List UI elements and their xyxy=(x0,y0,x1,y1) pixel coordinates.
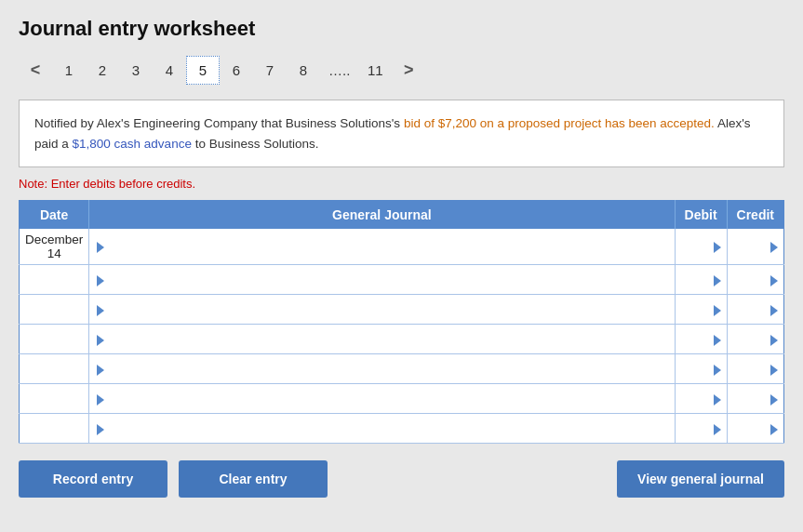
table-row xyxy=(20,265,784,295)
arrow-icon xyxy=(770,365,778,376)
debit-cell-5[interactable] xyxy=(675,354,727,384)
col-general-journal: General Journal xyxy=(89,201,675,230)
general-cell-1[interactable] xyxy=(89,229,675,265)
page-4[interactable]: 4 xyxy=(153,56,186,85)
col-date: Date xyxy=(20,201,89,230)
page-3[interactable]: 3 xyxy=(119,56,153,85)
general-cell-3[interactable] xyxy=(89,295,675,325)
general-cell-4[interactable] xyxy=(89,325,675,354)
date-cell-2 xyxy=(20,265,89,295)
date-cell-1: December14 xyxy=(20,229,89,265)
arrow-icon xyxy=(97,365,104,376)
arrow-icon xyxy=(97,305,104,316)
record-entry-button[interactable]: Record entry xyxy=(19,460,167,498)
page-7[interactable]: 7 xyxy=(253,56,287,85)
date-cell-5 xyxy=(20,354,89,384)
date-cell-6 xyxy=(20,384,89,414)
arrow-icon xyxy=(770,424,778,435)
credit-cell-1[interactable] xyxy=(727,229,783,265)
credit-cell-4[interactable] xyxy=(727,325,783,354)
arrow-icon xyxy=(97,424,104,435)
table-row xyxy=(20,384,784,414)
general-cell-6[interactable] xyxy=(89,384,675,414)
pagination: < 1 2 3 4 5 6 7 8 ….. 11 > xyxy=(19,54,784,86)
table-row xyxy=(20,414,784,444)
debit-cell-1[interactable] xyxy=(675,229,727,265)
arrow-icon xyxy=(770,305,778,316)
debit-cell-2[interactable] xyxy=(675,265,727,295)
table-row xyxy=(20,354,784,384)
arrow-icon xyxy=(714,365,721,376)
clear-entry-button[interactable]: Clear entry xyxy=(179,460,328,498)
table-row xyxy=(20,325,784,354)
journal-table: Date General Journal Debit Credit Decemb… xyxy=(19,200,784,444)
arrow-icon xyxy=(714,242,721,253)
general-cell-5[interactable] xyxy=(89,354,675,384)
arrow-icon xyxy=(97,275,104,286)
debit-cell-6[interactable] xyxy=(675,384,727,414)
debit-cell-7[interactable] xyxy=(675,414,727,444)
next-page-button[interactable]: > xyxy=(392,54,425,86)
arrow-icon xyxy=(97,335,104,346)
arrow-icon xyxy=(770,335,778,346)
page-5[interactable]: 5 xyxy=(186,56,220,85)
col-credit: Credit xyxy=(727,201,783,230)
buttons-row: Record entry Clear entry View general jo… xyxy=(19,460,784,498)
col-debit: Debit xyxy=(675,201,727,230)
page-6[interactable]: 6 xyxy=(220,56,253,85)
page-1[interactable]: 1 xyxy=(52,56,86,85)
credit-cell-3[interactable] xyxy=(727,295,783,325)
debit-cell-3[interactable] xyxy=(675,295,727,325)
credit-cell-2[interactable] xyxy=(727,265,783,295)
credit-cell-5[interactable] xyxy=(727,354,783,384)
arrow-icon xyxy=(97,242,104,253)
credit-cell-6[interactable] xyxy=(727,384,783,414)
table-row xyxy=(20,295,784,325)
arrow-icon xyxy=(97,394,104,406)
debit-cell-4[interactable] xyxy=(675,325,727,354)
credit-cell-7[interactable] xyxy=(727,414,783,444)
general-cell-7[interactable] xyxy=(89,414,675,444)
note-text: Note: Enter debits before credits. xyxy=(19,177,784,191)
arrow-icon xyxy=(770,275,778,286)
page-11[interactable]: 11 xyxy=(358,56,392,85)
table-row: December14 xyxy=(20,229,784,265)
view-general-journal-button[interactable]: View general journal xyxy=(617,460,784,498)
page-2[interactable]: 2 xyxy=(86,56,119,85)
date-cell-3 xyxy=(20,295,89,325)
arrow-icon xyxy=(714,335,721,346)
arrow-icon xyxy=(714,424,721,435)
page-8[interactable]: 8 xyxy=(287,56,320,85)
arrow-icon xyxy=(770,242,778,253)
arrow-icon xyxy=(714,275,721,286)
prev-page-button[interactable]: < xyxy=(19,54,52,86)
date-cell-7 xyxy=(20,414,89,444)
arrow-icon xyxy=(714,394,721,406)
description-highlight-blue: $1,800 cash advance xyxy=(73,137,192,151)
page-title: Journal entry worksheet xyxy=(19,17,784,41)
description-box: Notified by Alex's Engineering Company t… xyxy=(19,100,784,167)
arrow-icon xyxy=(714,305,721,316)
general-cell-2[interactable] xyxy=(89,265,675,295)
description-highlight-orange: bid of $7,200 on a proposed project has … xyxy=(404,116,715,130)
arrow-icon xyxy=(770,394,778,406)
page-ellipsis: ….. xyxy=(320,56,358,85)
date-cell-4 xyxy=(20,325,89,354)
